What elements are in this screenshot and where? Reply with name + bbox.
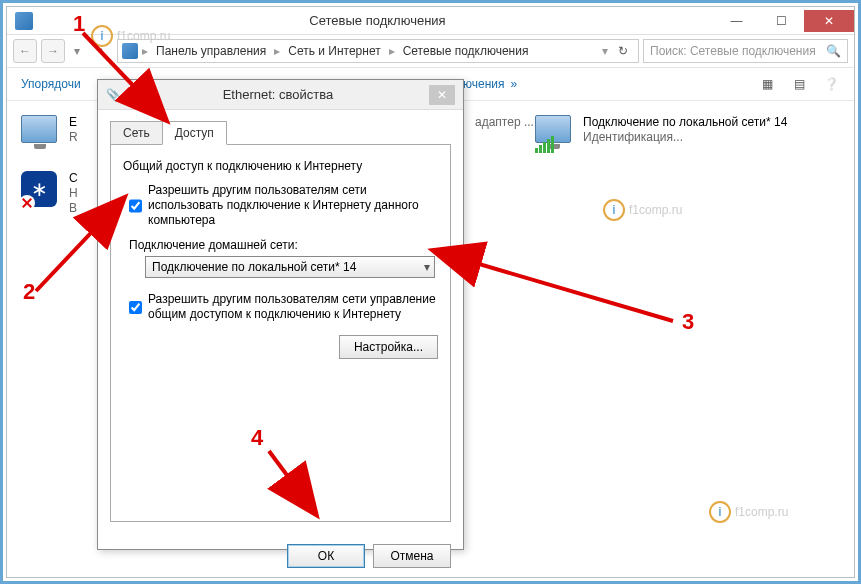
allow-share-label: Разрешить другим пользователям сети испо… bbox=[148, 183, 438, 228]
minimize-button[interactable]: — bbox=[714, 10, 759, 32]
forward-button[interactable]: → bbox=[41, 39, 65, 63]
crumb-3[interactable]: Сетевые подключения bbox=[399, 44, 533, 58]
allow-control-checkbox[interactable] bbox=[129, 293, 142, 322]
allow-share-checkbox[interactable] bbox=[129, 184, 142, 228]
back-button[interactable]: ← bbox=[13, 39, 37, 63]
signal-icon bbox=[535, 136, 554, 153]
dialog-title: Ethernet: свойства bbox=[127, 87, 429, 102]
annotation-3: 3 bbox=[682, 311, 694, 333]
view-tiles-icon[interactable]: ▦ bbox=[758, 76, 776, 92]
maximize-button[interactable]: ☐ bbox=[759, 10, 804, 32]
crumb-2[interactable]: Сеть и Интернет bbox=[284, 44, 384, 58]
annotation-2: 2 bbox=[23, 281, 35, 303]
tab-sharing[interactable]: Доступ bbox=[162, 121, 227, 145]
search-input[interactable]: Поиск: Сетевые подключения 🔍 bbox=[643, 39, 848, 63]
home-network-value: Подключение по локальной сети* 14 bbox=[152, 260, 356, 274]
dialog-close-button[interactable]: ✕ bbox=[429, 85, 455, 105]
settings-button[interactable]: Настройка... bbox=[339, 335, 438, 359]
annotation-4: 4 bbox=[251, 427, 263, 449]
chevron-down-icon: ▾ bbox=[424, 260, 430, 274]
ok-button[interactable]: ОК bbox=[287, 544, 365, 568]
adapter-local14[interactable]: Подключение по локальной сети* 14 Иденти… bbox=[535, 115, 795, 153]
history-dropdown[interactable]: ▾ bbox=[69, 39, 85, 63]
location-icon bbox=[122, 43, 138, 59]
help-icon[interactable]: ❔ bbox=[822, 76, 840, 92]
view-list-icon[interactable]: ▤ bbox=[790, 76, 808, 92]
refresh-button[interactable]: ↻ bbox=[612, 44, 634, 58]
pin-icon: 📎 bbox=[106, 88, 121, 102]
properties-dialog: 📎 Ethernet: свойства ✕ Сеть Доступ Общий… bbox=[97, 79, 464, 550]
cancel-button[interactable]: Отмена bbox=[373, 544, 451, 568]
annotation-1: 1 bbox=[73, 13, 85, 35]
app-icon bbox=[15, 12, 33, 30]
address-bar[interactable]: ▸ Панель управления ▸ Сеть и Интернет ▸ … bbox=[117, 39, 639, 63]
group-title: Общий доступ к подключению к Интернету bbox=[123, 159, 438, 173]
up-button[interactable]: ↑ bbox=[89, 39, 113, 63]
close-button[interactable]: ✕ bbox=[804, 10, 854, 32]
home-network-label: Подключение домашней сети: bbox=[129, 238, 438, 252]
home-network-combo[interactable]: Подключение по локальной сети* 14 ▾ bbox=[145, 256, 435, 278]
allow-control-label: Разрешить другим пользователям сети упра… bbox=[148, 292, 438, 322]
tab-network[interactable]: Сеть bbox=[110, 121, 163, 145]
tab-pane: Общий доступ к подключению к Интернету Р… bbox=[110, 144, 451, 522]
titlebar: Сетевые подключения — ☐ ✕ bbox=[7, 7, 854, 35]
search-placeholder: Поиск: Сетевые подключения bbox=[650, 44, 816, 58]
window-title: Сетевые подключения bbox=[41, 13, 714, 28]
crumb-1[interactable]: Панель управления bbox=[152, 44, 270, 58]
organize-menu[interactable]: Упорядочи bbox=[21, 77, 81, 91]
search-icon: 🔍 bbox=[826, 44, 841, 58]
disabled-x-icon bbox=[19, 195, 35, 211]
nav-bar: ← → ▾ ↑ ▸ Панель управления ▸ Сеть и Инт… bbox=[7, 35, 854, 68]
